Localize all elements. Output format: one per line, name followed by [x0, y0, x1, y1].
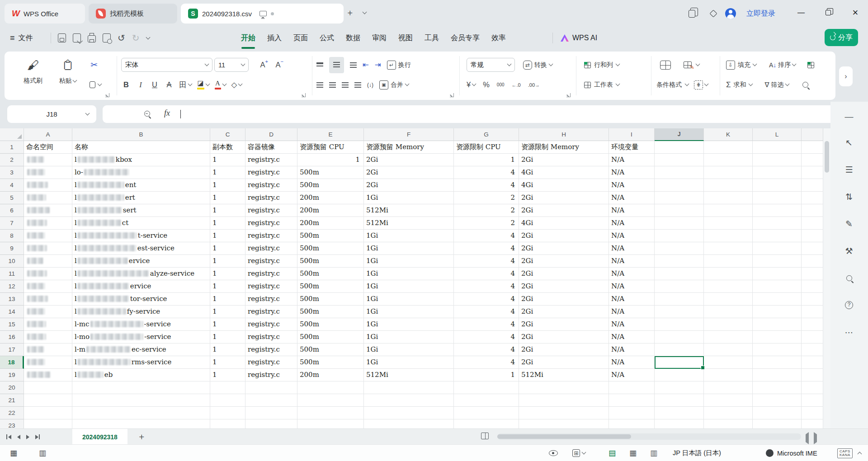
cell-M20[interactable]	[802, 381, 823, 394]
column-header-D[interactable]: D	[245, 128, 297, 141]
cell-D22[interactable]	[245, 407, 297, 419]
cell-F4[interactable]: 2Gi	[364, 179, 454, 192]
cell-I4[interactable]: N/A	[609, 179, 655, 192]
more-icon[interactable]: ⋯	[842, 325, 856, 339]
cell-M3[interactable]	[802, 166, 823, 179]
cell-H1[interactable]: 资源限制 Memory	[519, 141, 609, 154]
cell-G2[interactable]: 1	[454, 154, 519, 166]
cell-L13[interactable]	[753, 293, 802, 306]
decrease-decimal-icon[interactable]: .00→	[528, 82, 540, 88]
cell-C12[interactable]: 1	[210, 280, 245, 293]
cell-K22[interactable]	[704, 407, 753, 419]
cell-J1[interactable]	[655, 141, 704, 154]
column-header-K[interactable]: K	[704, 128, 753, 141]
cell-G22[interactable]	[454, 407, 519, 419]
cell-L3[interactable]	[753, 166, 802, 179]
cell-G15[interactable]: 4	[454, 318, 519, 331]
cell-C5[interactable]: 1	[210, 192, 245, 204]
cell-I14[interactable]: N/A	[609, 306, 655, 318]
cell-G18[interactable]: 4	[454, 356, 519, 369]
row-header-14[interactable]: 14	[0, 306, 24, 318]
cell-M21[interactable]	[802, 394, 823, 407]
cell-D7[interactable]: registry.c	[245, 217, 297, 230]
cell-J2[interactable]	[655, 154, 704, 166]
grid-settings-icon[interactable]: ⊞	[572, 445, 585, 461]
row-header-7[interactable]: 7	[0, 217, 24, 230]
cell-E4[interactable]: 500m	[297, 179, 364, 192]
cell-J21[interactable]	[655, 394, 704, 407]
cell-E7[interactable]: 200m	[297, 217, 364, 230]
cell-B7[interactable]: lct	[72, 217, 210, 230]
cell-M22[interactable]	[802, 407, 823, 419]
number-launcher-icon[interactable]	[566, 93, 571, 97]
cell-C11[interactable]: 1	[210, 268, 245, 280]
ime-language-indicator[interactable]: JP 日本語 (日本)	[673, 445, 721, 461]
undo-icon[interactable]: ↺	[118, 33, 125, 42]
italic-button[interactable]: I	[137, 80, 145, 89]
cell-F19[interactable]: 512Mi	[364, 369, 454, 381]
cell-B22[interactable]	[72, 407, 210, 419]
spreadsheet-grid[interactable]: ABCDEFGHIJKL1命名空间名称副本数容器镜像资源预留 CPU资源预留 M…	[0, 128, 823, 428]
cell-C1[interactable]: 副本数	[210, 141, 245, 154]
cell-I23[interactable]	[609, 419, 655, 428]
cell-E15[interactable]: 500m	[297, 318, 364, 331]
cell-M16[interactable]	[802, 331, 823, 343]
paste-button[interactable]: 📋︎ 粘贴	[52, 55, 84, 97]
cell-F14[interactable]: 1Gi	[364, 306, 454, 318]
cell-H10[interactable]: 2Gi	[519, 255, 609, 268]
row-header-5[interactable]: 5	[0, 192, 24, 204]
close-button[interactable]: ×	[846, 5, 864, 21]
cell-A12[interactable]	[24, 280, 72, 293]
cell-A18[interactable]	[24, 356, 72, 369]
cell-C21[interactable]	[210, 394, 245, 407]
cell-H13[interactable]: 2Gi	[519, 293, 609, 306]
cell-F5[interactable]: 1Gi	[364, 192, 454, 204]
send-icon[interactable]: ⇅	[842, 190, 856, 203]
cell-C9[interactable]: 1	[210, 242, 245, 255]
cell-E20[interactable]	[297, 381, 364, 394]
row-header-17[interactable]: 17	[0, 343, 24, 356]
cell-C6[interactable]: 1	[210, 204, 245, 217]
next-sheet-icon[interactable]	[26, 435, 29, 439]
name-box[interactable]: J18	[7, 105, 96, 123]
ime-name-item[interactable]: Microsoft IME	[766, 445, 817, 461]
cell-G13[interactable]: 4	[454, 293, 519, 306]
redo-icon[interactable]: ↻	[132, 33, 140, 42]
properties-icon[interactable]: ☰	[842, 163, 856, 176]
cell-L19[interactable]	[753, 369, 802, 381]
cell-E2[interactable]: 1	[297, 154, 364, 166]
sum-button[interactable]: 求和	[734, 81, 746, 89]
file-menu-button[interactable]: ≡ 文件	[10, 33, 33, 43]
cell-J6[interactable]	[655, 204, 704, 217]
row-header-9[interactable]: 9	[0, 242, 24, 255]
cell-J9[interactable]	[655, 242, 704, 255]
row-header-20[interactable]: 20	[0, 381, 24, 394]
cell-L5[interactable]	[753, 192, 802, 204]
cell-K1[interactable]	[704, 141, 753, 154]
cell-L22[interactable]	[753, 407, 802, 419]
cell-I11[interactable]: N/A	[609, 268, 655, 280]
cell-I22[interactable]	[609, 407, 655, 419]
collapse-icon[interactable]: —	[842, 110, 856, 123]
cell-F16[interactable]: 1Gi	[364, 331, 454, 343]
cell-J4[interactable]	[655, 179, 704, 192]
cell-G16[interactable]: 4	[454, 331, 519, 343]
column-header-blank[interactable]	[802, 128, 823, 141]
cell-I19[interactable]: N/A	[609, 369, 655, 381]
menu-item-视图[interactable]: 视图	[392, 31, 419, 46]
wrap-text-button[interactable]: ↵换行	[387, 61, 411, 70]
cell-C20[interactable]	[210, 381, 245, 394]
help-icon[interactable]: ?	[842, 298, 856, 312]
cell-I8[interactable]: N/A	[609, 230, 655, 242]
cell-L15[interactable]	[753, 318, 802, 331]
column-header-L[interactable]: L	[753, 128, 802, 141]
merge-center-button[interactable]: ▣合并	[379, 80, 409, 89]
cell-D5[interactable]: registry.c	[245, 192, 297, 204]
cell-L8[interactable]	[753, 230, 802, 242]
font-name-select[interactable]: 宋体	[121, 58, 212, 72]
cell-C2[interactable]: 1	[210, 154, 245, 166]
cell-I18[interactable]: N/A	[609, 356, 655, 369]
print-icon[interactable]	[88, 35, 96, 42]
menu-item-数据[interactable]: 数据	[340, 31, 366, 46]
menu-item-插入[interactable]: 插入	[261, 31, 288, 46]
